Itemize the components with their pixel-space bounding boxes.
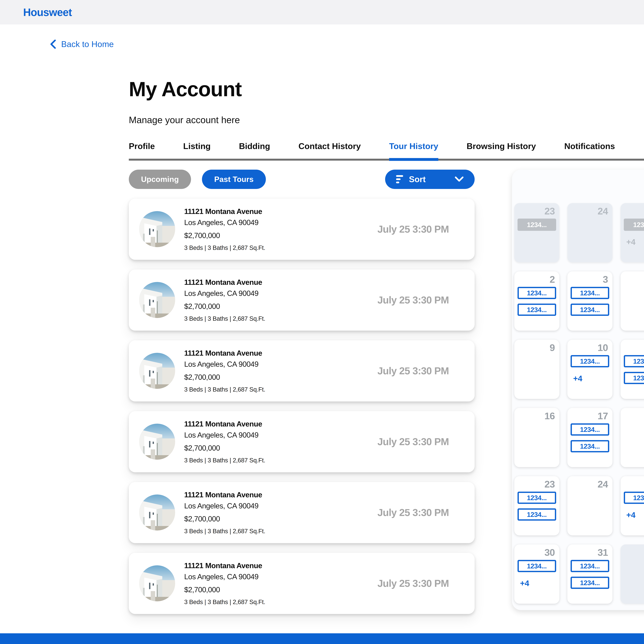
- tour-chip[interactable]: 1234...: [571, 423, 609, 436]
- account-page: Housweet BIDBUYSELLWHO WE ARESAVED HOMES…: [0, 0, 644, 644]
- property-info: 11121 Montana Avenue Los Angeles, CA 900…: [184, 490, 357, 535]
- calendar-day[interactable]: 18: [621, 408, 644, 467]
- property-price: $2,700,000: [184, 231, 357, 240]
- back-link-label: Back to Home: [61, 39, 114, 49]
- content-area: Upcoming Past Tours Sort: [129, 170, 644, 614]
- past-tours-button[interactable]: Past Tours: [202, 170, 266, 189]
- tour-filters: Upcoming Past Tours Sort: [129, 170, 475, 189]
- tab-browsing-history[interactable]: Browsing History: [467, 141, 536, 159]
- tour-chip[interactable]: 1234...: [624, 219, 644, 231]
- tour-list: 11121 Montana Avenue Los Angeles, CA 900…: [129, 199, 475, 614]
- property-price: $2,700,000: [184, 585, 357, 594]
- property-address: 11121 Montana Avenue: [184, 420, 357, 428]
- property-address: 11121 Montana Avenue: [184, 207, 357, 216]
- tour-chip[interactable]: 1234...: [571, 577, 609, 589]
- sort-icon: [396, 175, 403, 183]
- day-number: 24: [598, 479, 608, 490]
- tour-datetime: July 25 3:30 PM: [377, 365, 449, 377]
- tour-card[interactable]: 11121 Montana Avenue Los Angeles, CA 900…: [129, 340, 475, 401]
- tour-chip[interactable]: 1234...: [624, 355, 644, 367]
- tour-chip[interactable]: 1234...: [518, 304, 556, 316]
- more-count[interactable]: +4: [621, 237, 644, 247]
- tour-card[interactable]: 11121 Montana Avenue Los Angeles, CA 900…: [129, 553, 475, 614]
- tour-datetime: July 25 3:30 PM: [377, 223, 449, 235]
- calendar-day[interactable]: 251234...+4: [621, 203, 644, 262]
- day-number: 23: [544, 206, 555, 217]
- brand-logo[interactable]: Housweet: [23, 6, 72, 18]
- tab-profile[interactable]: Profile: [129, 141, 155, 159]
- day-number: 31: [598, 547, 608, 558]
- upcoming-button[interactable]: Upcoming: [129, 170, 191, 189]
- property-price: $2,700,000: [184, 515, 357, 523]
- calendar-day[interactable]: 4: [621, 271, 644, 331]
- property-city: Los Angeles, CA 90049: [184, 431, 357, 439]
- day-number: 16: [544, 410, 555, 421]
- calendar-day[interactable]: 31234...1234...: [567, 271, 612, 331]
- tour-datetime: July 25 3:30 PM: [377, 436, 449, 447]
- tour-chip[interactable]: 1234...: [518, 287, 556, 299]
- tour-chip[interactable]: 1234...: [571, 440, 609, 452]
- day-number: 17: [598, 410, 608, 421]
- tour-card[interactable]: 11121 Montana Avenue Los Angeles, CA 900…: [129, 482, 475, 543]
- tab-bidding[interactable]: Bidding: [239, 141, 270, 159]
- property-photo: [139, 282, 175, 318]
- top-navbar: Housweet BIDBUYSELLWHO WE ARESAVED HOMES: [0, 0, 644, 24]
- property-city: Los Angeles, CA 90049: [184, 572, 357, 581]
- calendar-day[interactable]: 9: [514, 340, 559, 399]
- tour-chip[interactable]: 1234...: [624, 372, 644, 384]
- property-photo: [139, 353, 175, 389]
- property-city: Los Angeles, CA 90049: [184, 218, 357, 227]
- tour-card[interactable]: 11121 Montana Avenue Los Angeles, CA 900…: [129, 269, 475, 331]
- calendar-day[interactable]: 231234...1234...: [514, 476, 559, 535]
- tour-chip[interactable]: 1234...: [518, 219, 556, 231]
- property-city: Los Angeles, CA 90049: [184, 502, 357, 510]
- tour-chip[interactable]: 1234...: [571, 304, 609, 316]
- back-to-home-link[interactable]: Back to Home: [50, 39, 114, 49]
- day-number: 23: [544, 479, 555, 490]
- property-details: 3 Beds | 3 Baths | 2,687 Sq.Ft.: [184, 386, 357, 393]
- property-price: $2,700,000: [184, 444, 357, 452]
- tour-chip[interactable]: 1234...: [518, 508, 556, 521]
- calendar-day[interactable]: 311234...1234...: [567, 544, 612, 604]
- page-title: My Account: [129, 77, 644, 101]
- tab-notifications[interactable]: Notifications: [564, 141, 615, 159]
- tour-card[interactable]: 11121 Montana Avenue Los Angeles, CA 900…: [129, 411, 475, 472]
- calendar-day[interactable]: 231234...: [514, 203, 559, 262]
- more-count[interactable]: +4: [567, 374, 612, 383]
- calendar-day[interactable]: 24: [567, 476, 612, 535]
- page-subtitle: Manage your account here: [129, 115, 644, 125]
- calendar-day[interactable]: 251234...+4: [621, 476, 644, 535]
- property-info: 11121 Montana Avenue Los Angeles, CA 900…: [184, 278, 357, 322]
- tour-card[interactable]: 11121 Montana Avenue Los Angeles, CA 900…: [129, 199, 475, 260]
- tab-tour-history[interactable]: Tour History: [389, 141, 438, 161]
- tour-chip[interactable]: 1234...: [518, 492, 556, 504]
- calendar-day[interactable]: 301234...+4: [514, 544, 559, 604]
- calendar-day[interactable]: 16: [514, 408, 559, 467]
- sort-button[interactable]: Sort: [385, 170, 475, 189]
- tour-chip[interactable]: 1234...: [624, 492, 644, 504]
- tour-chip[interactable]: 1234...: [518, 560, 556, 572]
- calendar-day[interactable]: 171234...1234...: [567, 408, 612, 467]
- calendar-day[interactable]: 101234...+4: [567, 340, 612, 399]
- day-number: 10: [598, 342, 608, 353]
- more-count[interactable]: +4: [621, 510, 644, 520]
- tour-chip[interactable]: 1234...: [571, 287, 609, 299]
- tour-datetime: July 25 3:30 PM: [377, 294, 449, 306]
- tabs: ProfileListingBiddingContact HistoryTour…: [129, 141, 644, 161]
- more-count[interactable]: +4: [514, 579, 559, 588]
- tour-chip[interactable]: 1234...: [571, 560, 609, 572]
- calendar-day[interactable]: 21234...1234...: [514, 271, 559, 331]
- property-address: 11121 Montana Avenue: [184, 349, 357, 357]
- tab-listing[interactable]: Listing: [183, 141, 211, 159]
- calendar-day[interactable]: 111234...1234...: [621, 340, 644, 399]
- property-address: 11121 Montana Avenue: [184, 561, 357, 570]
- calendar-day[interactable]: 24: [567, 203, 612, 262]
- chevron-left-icon: [50, 40, 56, 49]
- tab-contact-history[interactable]: Contact History: [298, 141, 361, 159]
- property-city: Los Angeles, CA 90049: [184, 289, 357, 298]
- tours-column: Upcoming Past Tours Sort: [129, 170, 475, 614]
- calendar-day[interactable]: 1: [621, 544, 644, 604]
- property-info: 11121 Montana Avenue Los Angeles, CA 900…: [184, 207, 357, 251]
- day-number: 30: [544, 547, 555, 558]
- tour-chip[interactable]: 1234...: [571, 355, 609, 367]
